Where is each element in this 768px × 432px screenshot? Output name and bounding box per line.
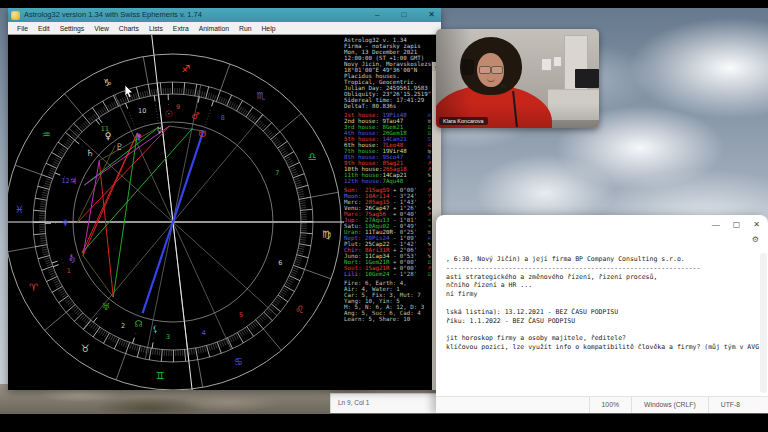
menu-item-lists[interactable]: Lists — [144, 25, 168, 32]
chart-info-panel: Astrolog32 v. 1.34Firma - notarsky zapis… — [344, 37, 432, 322]
minimize-button[interactable]: — — [712, 220, 720, 229]
menu-item-settings[interactable]: Settings — [55, 25, 90, 32]
line-col-indicator: Ln 9, Col 1 — [331, 399, 369, 406]
settings-gear-icon[interactable]: ⚙ — [752, 235, 759, 244]
astrolog-title: Astrolog32 version 1.34 with Swiss Ephem… — [24, 8, 202, 22]
notepad-text-area[interactable]: , 6:30, Nový Jičín) a její firma BP Comp… — [446, 255, 763, 352]
close-button[interactable]: ✕ — [753, 220, 760, 229]
sign-glyph-scorpio: ♏ — [256, 90, 265, 101]
line-ending[interactable]: Windows (CRLF) — [631, 397, 708, 413]
menu-item-edit[interactable]: Edit — [33, 25, 55, 32]
sign-glyph-aries: ♈ — [29, 282, 38, 293]
sign-glyph-libra: ♎ — [308, 151, 317, 162]
planet-glyph-venu: ♀ — [105, 131, 112, 141]
mouse-cursor — [124, 85, 136, 99]
notepad-statusbar: 100% Windows (CRLF) UTF-8 — [436, 396, 768, 413]
sign-glyph-gemini: ♊ — [156, 370, 165, 381]
astrolog-menubar: FileEditSettingsViewChartsListsExtraAnim… — [8, 22, 441, 35]
astrolog-chart-area[interactable]: ♈♉♊♋♌♍♎♏♐♑♒♓123456789101112☉☽☿♀♂♃♄♅♆♇⚷⚵☊… — [8, 35, 441, 390]
house-number-7: 7 — [275, 169, 279, 177]
house-number-8: 8 — [221, 114, 225, 122]
sign-glyph-aquarius: ♒ — [42, 129, 51, 140]
planet-glyph-nept: ♆ — [61, 218, 69, 228]
house-number-9: 9 — [176, 103, 180, 111]
notepad-window: — ▢ ✕ ⚙ , 6:30, Nový Jičín) a její firma… — [436, 215, 768, 413]
planet-glyph-satu: ♄ — [86, 148, 94, 158]
encoding[interactable]: UTF-8 — [708, 397, 752, 413]
sign-glyph-pisces: ♓ — [15, 204, 24, 215]
vignette — [436, 29, 599, 128]
close-button[interactable]: ✕ — [428, 8, 435, 22]
maximize-button[interactable]: □ — [401, 8, 406, 22]
house-number-5: 5 — [239, 311, 243, 319]
planet-glyph-juno: ⚵ — [136, 132, 143, 142]
info-house-row: 12th house:7Aqu48♒ — [344, 178, 432, 184]
info-planet-row: Lili: 10Gem24 - 1°28'♊ — [344, 271, 432, 277]
notepad-scrollbar[interactable] — [760, 253, 767, 393]
menu-item-extra[interactable]: Extra — [168, 25, 194, 32]
astrolog-window: Astrolog32 version 1.34 with Swiss Ephem… — [8, 8, 441, 390]
planet-glyph-plut: ♇ — [115, 142, 123, 152]
planet-glyph-jup: ♃ — [69, 176, 77, 186]
menu-item-run[interactable]: Run — [234, 25, 256, 32]
sign-glyph-capricorn: ♑ — [103, 77, 112, 88]
menu-item-animation[interactable]: Animation — [194, 25, 234, 32]
sign-glyph-taurus: ♉ — [81, 343, 90, 354]
sign-glyph-cancer: ♋ — [234, 356, 243, 367]
letterbox-top — [0, 0, 768, 8]
house-number-6: 6 — [278, 259, 282, 267]
webcam-video[interactable]: Klara Koncarova — [436, 29, 599, 128]
house-number-3: 3 — [166, 333, 170, 341]
planet-glyph-uran: ♅ — [102, 302, 110, 312]
house-number-1: 1 — [67, 267, 71, 275]
planet-glyph-lili: ⚸ — [152, 324, 159, 334]
planet-glyph-node: ☊ — [135, 319, 143, 329]
minimize-button[interactable]: – — [375, 8, 379, 22]
planet-glyph-sun: ☉ — [165, 109, 173, 119]
astrolog-titlebar[interactable]: Astrolog32 version 1.34 with Swiss Ephem… — [8, 8, 441, 22]
zoom-level[interactable]: 100% — [589, 397, 631, 413]
info-summary-line: Learn: 5, Share: 10 — [344, 316, 432, 322]
planet-glyph-snode: ☋ — [198, 129, 206, 139]
planet-glyph-chir: ⚷ — [67, 252, 74, 262]
sign-glyph-leo: ♌ — [295, 304, 304, 315]
screen: { "astrolog": { "title": "Astrolog32 ver… — [0, 0, 768, 432]
astrolog-app-icon — [11, 11, 20, 20]
background-notepad-statusbar[interactable]: Ln 9, Col 1 — [330, 393, 443, 413]
planet-glyph-mars: ♂ — [191, 111, 199, 121]
maximize-button[interactable]: ▢ — [733, 220, 741, 229]
info-header-line: DeltaT: 80.836s — [344, 103, 432, 109]
menu-item-file[interactable]: File — [12, 25, 33, 32]
sign-glyph-sagittarius: ♐ — [181, 63, 190, 74]
sign-glyph-virgo: ♍ — [322, 229, 331, 240]
house-number-10: 10 — [138, 107, 146, 115]
natal-chart-wheel: ♈♉♊♋♌♍♎♏♐♑♒♓123456789101112☉☽☿♀♂♃♄♅♆♇⚷⚵☊… — [8, 35, 346, 390]
house-number-2: 2 — [121, 322, 125, 330]
planet-glyph-merc: ☿ — [157, 125, 163, 135]
menu-item-view[interactable]: View — [89, 25, 114, 32]
letterbox-bottom — [0, 414, 768, 432]
menu-item-charts[interactable]: Charts — [114, 25, 144, 32]
participant-name-label: Klara Koncarova — [439, 117, 488, 125]
menu-item-help[interactable]: Help — [256, 25, 280, 32]
house-number-4: 4 — [202, 329, 206, 337]
